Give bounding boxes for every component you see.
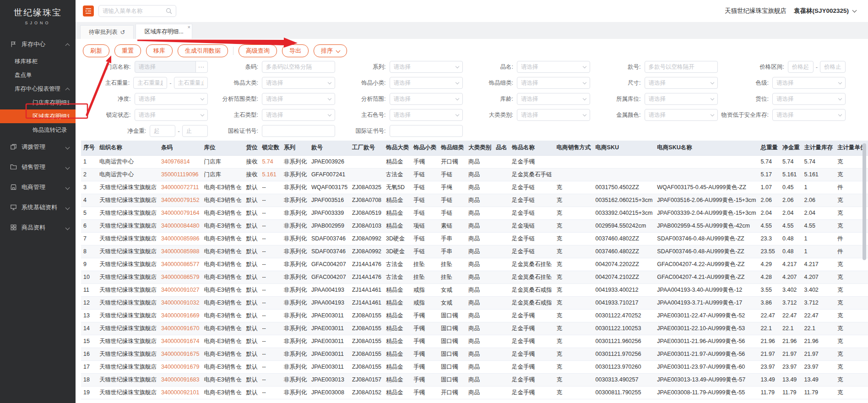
table-row[interactable]: 11天猫世纪缘珠宝旗舰店340000091027电商-E3销售仓默认--非系列化… [81, 283, 868, 296]
filter-select-warehouse-location[interactable]: 请选择 [645, 93, 718, 105]
filter-input-net-gold-weight-to[interactable] [182, 125, 208, 137]
filter-select-jewelry-category[interactable]: 请选择 [262, 77, 335, 89]
tab-region-inventory-detail[interactable]: 区域库存明细...× [136, 24, 192, 39]
cell-barcode[interactable]: 340000091032 [159, 296, 201, 309]
filter-select-stock-age[interactable]: 请选择 [517, 93, 590, 105]
filter-select-shelf-location[interactable]: 请选择 [772, 93, 846, 105]
cell-shelf: 默认 [244, 207, 260, 219]
table-row[interactable]: 2电商运营中心350001119096门店库接收5.161非系列化GFAF007… [81, 168, 868, 181]
cell-barcode[interactable]: 340000091670 [159, 322, 201, 335]
filter-select-jewelry-subcategory[interactable]: 请选择 [390, 77, 463, 89]
cell-barcode[interactable]: 340000086577 [159, 258, 201, 271]
advanced-query-button[interactable]: 高级查询 [239, 44, 277, 57]
filter-select-store-name[interactable]: 请选择 [135, 61, 196, 73]
table-row[interactable]: 4天猫世纪缘珠宝旗舰店340000079152电商-E3销售仓默认--非系列化J… [81, 194, 868, 207]
table-row[interactable]: 7天猫世纪缘珠宝旗舰店340000085986电商-E3销售仓默认--非系列化S… [81, 232, 868, 245]
filter-select-major-category[interactable]: 请选择 [517, 109, 590, 121]
table-row[interactable]: 6天猫世纪缘珠宝旗舰店340000084480电商-E3销售仓默认--非系列化J… [81, 219, 868, 232]
sidebar-group-ecommerce-management[interactable]: 电商管理 [0, 177, 76, 197]
sidebar-item-move-warehouse[interactable]: 移库移柜 [0, 54, 76, 68]
close-icon[interactable]: × [187, 25, 190, 30]
toolbar: 刷新重置移库生成引用数据高级查询导出排序 [76, 39, 868, 58]
filter-select-main-stone-type[interactable]: 请选择 [262, 109, 335, 121]
filter-select-product-name[interactable]: 请选择 [517, 61, 590, 73]
table-row[interactable]: 10天猫世纪缘珠宝旗舰店340000086579电商-E3销售仓默认--非系列化… [81, 271, 868, 283]
filter-input-net-gold-weight-from[interactable] [150, 125, 175, 137]
table-row[interactable]: 1电商运营中心340976814门店库接收5.74非系列化JPAE003926精… [81, 155, 868, 168]
filter-select-jewelry-fine-category[interactable]: 请选择 [517, 77, 590, 89]
sidebar-group-inventory-center[interactable]: 库存中心 [0, 34, 76, 54]
filter-select-color-grade[interactable]: 请选择 [772, 77, 846, 89]
cell-barcode[interactable]: 340000091683 [159, 373, 201, 386]
cell-barcode[interactable]: 340976814 [159, 155, 201, 168]
refresh-icon[interactable]: ↺ [120, 29, 125, 36]
cell-barcode[interactable]: 340000091669 [159, 309, 201, 322]
filter-input-barcode[interactable] [262, 61, 335, 73]
refresh-button[interactable]: 刷新 [83, 44, 109, 57]
sidebar-item-store-inventory-detail-query[interactable]: 门店库存明细查询 [0, 96, 76, 109]
filter-input-main-stone-weight-to[interactable] [174, 77, 208, 89]
cell-barcode[interactable]: 340000085988 [159, 245, 201, 258]
cell-barcode[interactable]: 340000085986 [159, 232, 201, 245]
filter-select-clarity[interactable]: 请选择 [135, 93, 208, 105]
filter-input-national-cert-no[interactable] [262, 125, 335, 137]
sidebar-group-transfer-management[interactable]: 调拨管理 [0, 137, 76, 157]
cell-barcode[interactable]: 340000091674 [159, 335, 201, 348]
cell-seq: 7 [81, 232, 97, 245]
sidebar-group-sales-management[interactable]: 销售管理 [0, 157, 76, 177]
more-options-button[interactable]: ··· [195, 61, 208, 73]
sidebar-group-product-data[interactable]: 商品资料 [0, 218, 76, 238]
filter-select-lock-status[interactable]: 请选择 [135, 109, 208, 121]
table-row[interactable]: 14天猫世纪缘珠宝旗舰店340000091670电商-E3销售仓默认--非系列化… [81, 322, 868, 335]
cell-barcode[interactable]: 340000079164 [159, 207, 201, 219]
user-menu[interactable]: 袁葆林(SJY002325) [794, 7, 856, 15]
filter-select-metal-color[interactable]: 请选择 [645, 109, 718, 121]
cell-barcode[interactable]: 340000079152 [159, 194, 201, 207]
filter-select-series[interactable]: 请选择 [390, 61, 463, 73]
filter-select-main-stone-color[interactable]: 请选择 [390, 109, 463, 121]
vertical-scrollbar-thumb[interactable] [863, 143, 866, 260]
cell-barcode[interactable]: 350001119096 [159, 168, 201, 181]
cell-barcode[interactable]: 340000091027 [159, 283, 201, 296]
export-button[interactable]: 导出 [282, 44, 309, 57]
table-row[interactable]: 9天猫世纪缘珠宝旗舰店340000086577电商-E3销售仓默认--非系列化G… [81, 258, 868, 271]
cell-barcode[interactable]: 340000086579 [159, 271, 201, 283]
filter-select-below-safety-stock[interactable]: 请选择 [772, 109, 846, 121]
cell-barcode[interactable]: 340000072711 [159, 181, 201, 194]
cell-barcode[interactable]: 340000091679 [159, 360, 201, 373]
filter-input-main-stone-weight-from[interactable] [133, 77, 167, 89]
sort-button[interactable]: 排序 [314, 44, 347, 57]
cell-barcode[interactable]: 340000084480 [159, 219, 201, 232]
reset-button[interactable]: 重置 [114, 44, 141, 57]
filter-input-international-cert-no[interactable] [390, 125, 463, 137]
filter-input-style-no[interactable] [645, 61, 718, 73]
filter-select-size[interactable]: 请选择 [645, 77, 718, 89]
filter-input-price-range-from[interactable] [788, 61, 814, 73]
table-row[interactable]: 3天猫世纪缘珠宝旗舰店340000072711电商-E3销售仓默认--非系列化W… [81, 181, 868, 194]
sidebar-item-jewelry-flow-record[interactable]: 饰品流转记录 [0, 123, 76, 137]
menu-search-input[interactable] [103, 8, 166, 14]
generate-reference-data-button[interactable]: 生成引用数据 [178, 44, 228, 57]
tab-pending-approval-list[interactable]: 待审批列表↺ [80, 25, 134, 39]
table-row[interactable]: 18天猫世纪缘珠宝旗舰店340000091683电商-E3销售仓默认--非系列化… [81, 373, 868, 386]
table-row[interactable]: 8天猫世纪缘珠宝旗舰店340000085988电商-E3销售仓默认--非系列化S… [81, 245, 868, 258]
sidebar-item-region-inventory-detail-query[interactable]: 区域库存明细查询 [0, 109, 76, 123]
cell-barcode[interactable]: 340000092101 [159, 386, 201, 399]
table-row[interactable]: 15天猫世纪缘珠宝旗舰店340000091674电商-E3销售仓默认--非系列化… [81, 335, 868, 348]
move-warehouse-button[interactable]: 移库 [146, 44, 173, 57]
collapse-menu-button[interactable] [83, 5, 94, 16]
table-row[interactable]: 13天猫世纪缘珠宝旗舰店340000091669电商-E3销售仓默认--非系列化… [81, 309, 868, 322]
filter-select-analysis-scope-type[interactable]: 请选择 [262, 93, 335, 105]
filter-select-analysis-scope[interactable]: 请选择 [390, 93, 463, 105]
sidebar-item-stocktaking[interactable]: 盘点单 [0, 68, 76, 82]
filter-input-price-range-to[interactable] [820, 61, 846, 73]
cell-org-name: 天猫世纪缘珠宝旗舰店 [97, 271, 159, 283]
table-row[interactable]: 16天猫世纪缘珠宝旗舰店340000091675电商-E3销售仓默认--非系列化… [81, 348, 868, 360]
sidebar-item-inventory-report-management[interactable]: 库存中心报表管理 [0, 82, 76, 96]
cell-barcode[interactable]: 340000091675 [159, 348, 201, 360]
table-row[interactable]: 5天猫世纪缘珠宝旗舰店340000079164电商-E3销售仓默认--非系列化J… [81, 207, 868, 219]
sidebar-group-system-basic-data[interactable]: 系统基础资料 [0, 197, 76, 218]
table-row[interactable]: 19天猫世纪缘珠宝旗舰店340000092101电商-E3销售仓默认--非系列化… [81, 386, 868, 399]
table-row[interactable]: 17天猫世纪缘珠宝旗舰店340000091679电商-E3销售仓默认--非系列化… [81, 360, 868, 373]
table-row[interactable]: 12天猫世纪缘珠宝旗舰店340000091032电商-E3销售仓默认--非系列化… [81, 296, 868, 309]
